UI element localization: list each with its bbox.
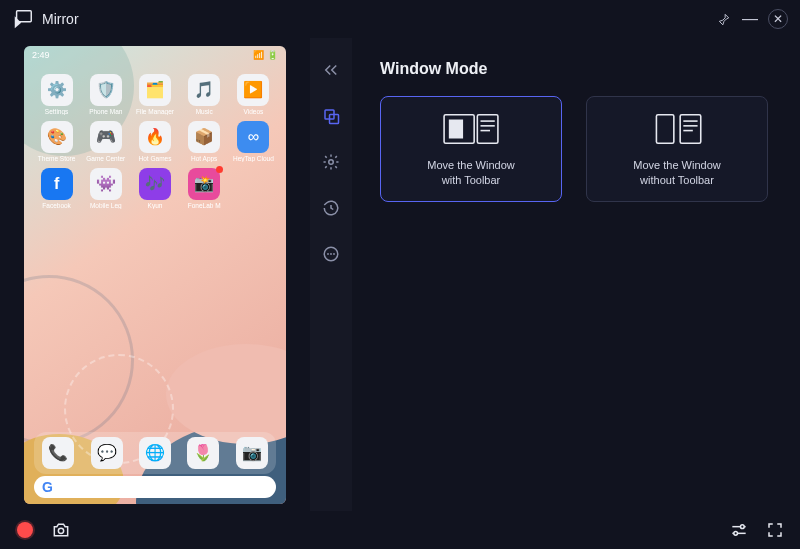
- dock-chrome-icon[interactable]: 🌐: [139, 437, 171, 469]
- cloud-icon: ∞: [237, 121, 269, 153]
- panel-title: Window Mode: [380, 60, 772, 78]
- shield-icon: 🛡️: [90, 74, 122, 106]
- app-item[interactable]: 🔥Hot Games: [132, 121, 177, 162]
- music-icon: 🎵: [188, 74, 220, 106]
- record-button[interactable]: [14, 519, 36, 541]
- app-item[interactable]: 🎮Game Center: [83, 121, 128, 162]
- display-settings-button[interactable]: [728, 519, 750, 541]
- svg-point-19: [58, 528, 63, 533]
- svg-rect-0: [17, 11, 32, 22]
- bottom-bar: [0, 511, 800, 549]
- window-mode-with-toolbar-card[interactable]: Move the Windowwith Toolbar: [380, 96, 562, 202]
- expand-icon: [766, 521, 784, 539]
- sliders-icon: [729, 520, 749, 540]
- svg-point-5: [327, 253, 329, 255]
- svg-rect-9: [449, 120, 463, 139]
- phone-dock: 📞 💬 🌐 🌷 📷: [34, 432, 276, 474]
- apps-icon: 📦: [188, 121, 220, 153]
- app-item[interactable]: 🗂️File Manager: [132, 74, 177, 115]
- app-item[interactable]: 📸FoneLab M: [182, 168, 227, 209]
- fire-icon: 🔥: [139, 121, 171, 153]
- theme-icon: 🎨: [41, 121, 73, 153]
- titlebar: Mirror — ✕: [0, 0, 800, 38]
- svg-rect-14: [656, 115, 673, 144]
- svg-point-22: [741, 525, 745, 529]
- screenshot-button[interactable]: [50, 519, 72, 541]
- dock-messages-icon[interactable]: 💬: [91, 437, 123, 469]
- folder-icon: 🗂️: [139, 74, 171, 106]
- minimize-button[interactable]: —: [742, 11, 758, 27]
- side-toolbar: [310, 38, 352, 511]
- dock-gallery-icon[interactable]: 🌷: [187, 437, 219, 469]
- google-search-bar[interactable]: G: [34, 476, 276, 498]
- history-tab[interactable]: [319, 196, 343, 220]
- record-icon: [17, 522, 33, 538]
- dock-phone-icon[interactable]: 📞: [42, 437, 74, 469]
- app-item[interactable]: 👾Mobile Leg: [83, 168, 128, 209]
- close-button[interactable]: ✕: [768, 9, 788, 29]
- app-item[interactable]: 🎶Kyun: [132, 168, 177, 209]
- fullscreen-button[interactable]: [764, 519, 786, 541]
- svg-point-7: [333, 253, 335, 255]
- app-item[interactable]: 🎨Theme Store: [34, 121, 79, 162]
- toolbar-window-icon: [439, 110, 503, 148]
- collapse-button[interactable]: [319, 58, 343, 82]
- facebook-icon: f: [41, 168, 73, 200]
- music2-icon: 🎶: [139, 168, 171, 200]
- dock-camera-icon[interactable]: 📷: [236, 437, 268, 469]
- svg-point-3: [329, 160, 334, 165]
- svg-point-23: [734, 532, 738, 536]
- app-item[interactable]: 📦Hot Apps: [182, 121, 227, 162]
- svg-rect-15: [680, 115, 701, 144]
- pin-button[interactable]: [716, 11, 732, 27]
- window-mode-tab[interactable]: [319, 104, 343, 128]
- phone-app-grid: ⚙️Settings 🛡️Phone Man 🗂️File Manager 🎵M…: [34, 74, 276, 209]
- play-icon: ▶️: [237, 74, 269, 106]
- phone-statusbar: 2:49 📶 🔋: [32, 50, 278, 66]
- settings-panel: Window Mode Move the Windowwith Toolbar: [352, 38, 800, 511]
- settings-icon: ⚙️: [41, 74, 73, 106]
- fonelab-icon: 📸: [188, 168, 220, 200]
- no-toolbar-window-icon: [645, 110, 709, 148]
- window-mode-without-toolbar-card[interactable]: Move the Windowwithout Toolbar: [586, 96, 768, 202]
- app-item[interactable]: ▶️Videos: [231, 74, 276, 115]
- app-item[interactable]: 🛡️Phone Man: [83, 74, 128, 115]
- more-tab[interactable]: [319, 242, 343, 266]
- app-item[interactable]: fFacebook: [34, 168, 79, 209]
- phone-time: 2:49: [32, 50, 50, 66]
- card-caption: Move the Windowwithout Toolbar: [633, 158, 720, 188]
- card-caption: Move the Windowwith Toolbar: [427, 158, 514, 188]
- svg-point-6: [330, 253, 332, 255]
- app-item[interactable]: ⚙️Settings: [34, 74, 79, 115]
- app-logo: [12, 8, 34, 30]
- phone-status-icons: 📶 🔋: [253, 50, 278, 66]
- phone-screen[interactable]: 2:49 📶 🔋 ⚙️Settings 🛡️Phone Man 🗂️File M…: [24, 46, 286, 504]
- phone-mirror-area: 2:49 📶 🔋 ⚙️Settings 🛡️Phone Man 🗂️File M…: [0, 38, 310, 511]
- game2-icon: 👾: [90, 168, 122, 200]
- app-title: Mirror: [42, 11, 716, 27]
- game-icon: 🎮: [90, 121, 122, 153]
- settings-tab[interactable]: [319, 150, 343, 174]
- app-item[interactable]: 🎵Music: [182, 74, 227, 115]
- camera-icon: [51, 520, 71, 540]
- svg-rect-10: [477, 115, 498, 144]
- app-item[interactable]: ∞HeyTap Cloud: [231, 121, 276, 162]
